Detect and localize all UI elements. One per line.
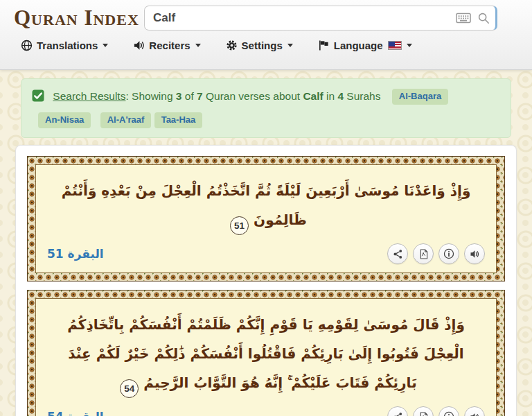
checkbox-checked-icon <box>32 92 47 104</box>
search-icon[interactable] <box>477 12 490 24</box>
nav-item-translations[interactable]: Translations <box>21 40 108 51</box>
surah-verse-link[interactable]: البقرة 51 <box>47 247 104 261</box>
speaker-icon <box>133 40 145 51</box>
surah-badge-taa-haa[interactable]: Taa-Haa <box>154 112 203 128</box>
main-nav: Translations Reciters <box>14 40 518 51</box>
audio-icon <box>470 412 480 416</box>
nav-item-reciters[interactable]: Reciters <box>133 40 200 51</box>
surah-count: 4 <box>337 90 344 102</box>
site-logo[interactable]: Quran Index <box>14 6 144 31</box>
header-top-row: Quran Index <box>14 6 518 31</box>
verse-arabic-text: وَإِذْ قَالَ مُوسَىٰ لِقَوْمِهِ يَا قَوْ… <box>46 306 486 399</box>
verse-card-inner: وَإِذْ قَالَ مُوسَىٰ لِقَوْمِهِ يَا قَوْ… <box>35 298 497 416</box>
search-query: Calf <box>303 90 323 102</box>
info-icon <box>443 411 454 416</box>
pdf-button[interactable] <box>413 243 434 264</box>
surah-badge-al-araaf[interactable]: Al-A'raaf <box>100 112 152 128</box>
nav-label: Language <box>334 40 383 51</box>
verse-card: وَإِذْ قَالَ مُوسَىٰ لِقَوْمِهِ يَا قَوْ… <box>27 290 505 416</box>
banner-text: Showing <box>132 90 172 102</box>
share-button[interactable] <box>387 243 408 264</box>
verse-card-inner: وَإِذْ وَاعَدْنَا مُوسَىٰ أَرْبَعِينَ لَ… <box>35 164 497 273</box>
banner-text: in <box>326 90 335 102</box>
chevron-down-icon <box>407 44 412 47</box>
search-input[interactable] <box>153 11 450 25</box>
surah-badge-an-nisaa[interactable]: An-Nisaa <box>38 112 91 128</box>
ayah-number-badge: 51 <box>230 216 249 235</box>
verse-footer: البقرة 51 <box>46 236 486 267</box>
pdf-icon <box>418 249 429 259</box>
nav-item-settings[interactable]: Settings <box>226 40 293 51</box>
flag-icon <box>318 40 330 51</box>
verse-actions <box>387 243 485 264</box>
share-icon <box>393 249 403 259</box>
info-button[interactable] <box>438 406 459 416</box>
nav-item-language[interactable]: Language <box>318 40 412 51</box>
nav-label: Reciters <box>149 40 190 51</box>
verse-card: وَإِذْ وَاعَدْنَا مُوسَىٰ أَرْبَعِينَ لَ… <box>27 156 505 281</box>
nav-label: Settings <box>242 40 283 51</box>
chevron-down-icon <box>287 44 293 47</box>
banner-text: of <box>185 90 194 102</box>
banner-text: Quran verses about <box>206 90 300 102</box>
verse-footer: البقرة 54 <box>46 399 486 416</box>
keyboard-icon[interactable] <box>456 12 471 24</box>
chevron-down-icon <box>195 44 201 47</box>
search-results-link[interactable]: Search Results <box>53 90 125 102</box>
share-button[interactable] <box>387 406 408 416</box>
total-count: 7 <box>197 90 203 102</box>
search-results-banner: Search Results: Showing 3 of 7 Quran ver… <box>21 78 511 138</box>
audio-icon <box>470 249 480 259</box>
info-icon <box>443 248 454 259</box>
shown-count: 3 <box>176 90 182 102</box>
banner-text: Surahs <box>346 90 380 102</box>
surah-badge-al-baqara[interactable]: Al-Baqara <box>392 89 448 105</box>
info-button[interactable] <box>438 243 459 264</box>
us-flag-icon <box>388 41 402 50</box>
ayah-number-badge: 54 <box>120 379 139 398</box>
nav-label: Translations <box>37 40 98 51</box>
verse-actions <box>387 406 485 416</box>
verses-container: وَإِذْ وَاعَدْنَا مُوسَىٰ أَرْبَعِينَ لَ… <box>15 145 517 416</box>
surah-verse-link[interactable]: البقرة 54 <box>47 410 104 416</box>
audio-button[interactable] <box>464 406 485 416</box>
verse-arabic-text: وَإِذْ وَاعَدْنَا مُوسَىٰ أَرْبَعِينَ لَ… <box>46 172 486 236</box>
pdf-button[interactable] <box>413 406 434 416</box>
globe-icon <box>21 40 33 51</box>
site-header: Quran Index <box>0 0 532 70</box>
audio-button[interactable] <box>464 243 485 264</box>
search-box <box>144 6 497 31</box>
banner-separator: : <box>125 90 128 102</box>
share-icon <box>393 412 403 416</box>
gear-icon <box>226 40 238 51</box>
pdf-icon <box>418 412 429 416</box>
chevron-down-icon <box>103 44 108 47</box>
